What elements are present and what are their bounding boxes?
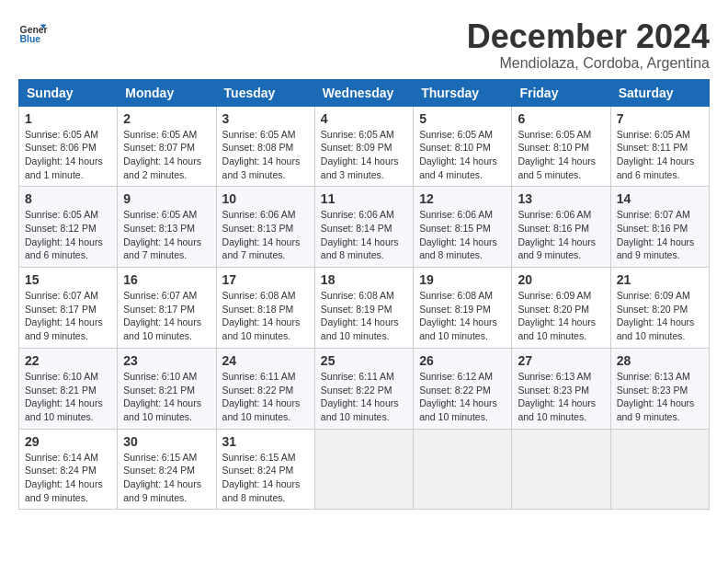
- sunrise-text: Sunrise: 6:05 AM: [518, 128, 604, 142]
- weekday-header-monday: Monday: [118, 79, 216, 106]
- daylight-text: Daylight: 14 hours and 9 minutes.: [617, 396, 703, 423]
- day-number: 2: [123, 111, 210, 126]
- calendar-cell: 14Sunrise: 6:07 AMSunset: 8:16 PMDayligh…: [610, 187, 709, 268]
- day-info: Sunrise: 6:06 AMSunset: 8:15 PMDaylight:…: [419, 208, 506, 262]
- calendar-cell: 23Sunrise: 6:10 AMSunset: 8:21 PMDayligh…: [118, 348, 216, 429]
- sunrise-text: Sunrise: 6:08 AM: [222, 289, 309, 303]
- weekday-header-wednesday: Wednesday: [314, 79, 413, 106]
- daylight-text: Daylight: 14 hours and 10 minutes.: [123, 316, 210, 342]
- calendar-week-row: 22Sunrise: 6:10 AMSunset: 8:21 PMDayligh…: [19, 348, 710, 429]
- day-info: Sunrise: 6:05 AMSunset: 8:12 PMDaylight:…: [25, 208, 111, 262]
- calendar-cell: 21Sunrise: 6:09 AMSunset: 8:20 PMDayligh…: [610, 268, 709, 349]
- weekday-header-sunday: Sunday: [19, 79, 118, 106]
- sunrise-text: Sunrise: 6:13 AM: [518, 370, 604, 384]
- daylight-text: Daylight: 14 hours and 10 minutes.: [518, 396, 604, 423]
- day-number: 18: [321, 272, 407, 287]
- sunrise-text: Sunrise: 6:06 AM: [419, 208, 506, 222]
- daylight-text: Daylight: 14 hours and 6 minutes.: [617, 155, 703, 181]
- daylight-text: Daylight: 14 hours and 2 minutes.: [123, 155, 210, 181]
- daylight-text: Daylight: 14 hours and 7 minutes.: [222, 236, 309, 262]
- day-info: Sunrise: 6:06 AMSunset: 8:14 PMDaylight:…: [321, 208, 407, 262]
- calendar-table: SundayMondayTuesdayWednesdayThursdayFrid…: [18, 79, 710, 511]
- sunset-text: Sunset: 8:23 PM: [617, 384, 703, 397]
- calendar-cell: 20Sunrise: 6:09 AMSunset: 8:20 PMDayligh…: [512, 268, 610, 349]
- calendar-cell: 8Sunrise: 6:05 AMSunset: 8:12 PMDaylight…: [19, 187, 118, 268]
- sunrise-text: Sunrise: 6:05 AM: [222, 128, 309, 142]
- calendar-cell: 29Sunrise: 6:14 AMSunset: 8:24 PMDayligh…: [19, 429, 118, 510]
- day-info: Sunrise: 6:12 AMSunset: 8:22 PMDaylight:…: [419, 370, 506, 424]
- sunrise-text: Sunrise: 6:08 AM: [321, 289, 407, 303]
- sunrise-text: Sunrise: 6:11 AM: [321, 370, 407, 384]
- sunset-text: Sunset: 8:21 PM: [25, 384, 111, 397]
- daylight-text: Daylight: 14 hours and 10 minutes.: [419, 316, 506, 342]
- daylight-text: Daylight: 14 hours and 8 minutes.: [419, 236, 506, 262]
- calendar-cell: 15Sunrise: 6:07 AMSunset: 8:17 PMDayligh…: [19, 268, 118, 349]
- sunrise-text: Sunrise: 6:05 AM: [123, 128, 210, 142]
- calendar-cell: [610, 429, 709, 510]
- calendar-cell: 26Sunrise: 6:12 AMSunset: 8:22 PMDayligh…: [414, 348, 512, 429]
- day-number: 7: [617, 111, 703, 126]
- day-number: 3: [222, 111, 309, 126]
- calendar-cell: 28Sunrise: 6:13 AMSunset: 8:23 PMDayligh…: [610, 348, 709, 429]
- day-number: 17: [222, 272, 309, 287]
- sunset-text: Sunset: 8:24 PM: [222, 464, 309, 477]
- calendar-week-row: 8Sunrise: 6:05 AMSunset: 8:12 PMDaylight…: [19, 187, 710, 268]
- sunset-text: Sunset: 8:10 PM: [518, 141, 604, 155]
- sunset-text: Sunset: 8:06 PM: [25, 141, 111, 155]
- calendar-cell: 9Sunrise: 6:05 AMSunset: 8:13 PMDaylight…: [118, 187, 216, 268]
- sunset-text: Sunset: 8:13 PM: [222, 222, 309, 236]
- sunset-text: Sunset: 8:17 PM: [25, 303, 111, 316]
- daylight-text: Daylight: 14 hours and 8 minutes.: [222, 477, 309, 504]
- daylight-text: Daylight: 14 hours and 4 minutes.: [419, 155, 506, 181]
- day-info: Sunrise: 6:07 AMSunset: 8:17 PMDaylight:…: [25, 289, 111, 343]
- day-number: 24: [222, 353, 309, 368]
- daylight-text: Daylight: 14 hours and 9 minutes.: [25, 316, 111, 342]
- calendar-cell: 1Sunrise: 6:05 AMSunset: 8:06 PMDaylight…: [19, 106, 118, 187]
- day-info: Sunrise: 6:05 AMSunset: 8:08 PMDaylight:…: [222, 128, 309, 182]
- day-info: Sunrise: 6:11 AMSunset: 8:22 PMDaylight:…: [321, 370, 407, 424]
- sunrise-text: Sunrise: 6:07 AM: [123, 289, 210, 303]
- daylight-text: Daylight: 14 hours and 10 minutes.: [321, 316, 407, 342]
- day-info: Sunrise: 6:05 AMSunset: 8:10 PMDaylight:…: [518, 128, 604, 182]
- sunrise-text: Sunrise: 6:07 AM: [25, 289, 111, 303]
- sunrise-text: Sunrise: 6:10 AM: [25, 370, 111, 384]
- month-title: December 2024: [467, 18, 710, 55]
- calendar-cell: 27Sunrise: 6:13 AMSunset: 8:23 PMDayligh…: [512, 348, 610, 429]
- daylight-text: Daylight: 14 hours and 10 minutes.: [25, 396, 111, 423]
- calendar-week-row: 15Sunrise: 6:07 AMSunset: 8:17 PMDayligh…: [19, 268, 710, 349]
- day-number: 28: [617, 353, 703, 368]
- daylight-text: Daylight: 14 hours and 1 minute.: [25, 155, 111, 181]
- daylight-text: Daylight: 14 hours and 9 minutes.: [123, 477, 210, 504]
- calendar-cell: 6Sunrise: 6:05 AMSunset: 8:10 PMDaylight…: [512, 106, 610, 187]
- day-info: Sunrise: 6:05 AMSunset: 8:09 PMDaylight:…: [321, 128, 407, 182]
- sunrise-text: Sunrise: 6:05 AM: [321, 128, 407, 142]
- logo: General Blue: [18, 18, 48, 48]
- day-number: 9: [123, 191, 210, 206]
- day-number: 26: [419, 353, 506, 368]
- day-number: 14: [617, 191, 703, 206]
- day-info: Sunrise: 6:05 AMSunset: 8:10 PMDaylight:…: [419, 128, 506, 182]
- calendar-cell: 18Sunrise: 6:08 AMSunset: 8:19 PMDayligh…: [314, 268, 413, 349]
- day-number: 1: [25, 111, 111, 126]
- daylight-text: Daylight: 14 hours and 9 minutes.: [25, 477, 111, 504]
- sunrise-text: Sunrise: 6:06 AM: [222, 208, 309, 222]
- day-number: 8: [25, 191, 111, 206]
- daylight-text: Daylight: 14 hours and 10 minutes.: [222, 396, 309, 423]
- daylight-text: Daylight: 14 hours and 10 minutes.: [321, 396, 407, 423]
- calendar-cell: 16Sunrise: 6:07 AMSunset: 8:17 PMDayligh…: [118, 268, 216, 349]
- sunset-text: Sunset: 8:16 PM: [617, 222, 703, 236]
- calendar-cell: 31Sunrise: 6:15 AMSunset: 8:24 PMDayligh…: [216, 429, 314, 510]
- calendar-cell: [414, 429, 512, 510]
- weekday-header-thursday: Thursday: [414, 79, 512, 106]
- sunset-text: Sunset: 8:07 PM: [123, 141, 210, 155]
- day-info: Sunrise: 6:15 AMSunset: 8:24 PMDaylight:…: [123, 451, 210, 505]
- day-number: 5: [419, 111, 506, 126]
- day-number: 12: [419, 191, 506, 206]
- day-info: Sunrise: 6:08 AMSunset: 8:19 PMDaylight:…: [419, 289, 506, 343]
- calendar-cell: 13Sunrise: 6:06 AMSunset: 8:16 PMDayligh…: [512, 187, 610, 268]
- daylight-text: Daylight: 14 hours and 10 minutes.: [617, 316, 703, 342]
- calendar-cell: 17Sunrise: 6:08 AMSunset: 8:18 PMDayligh…: [216, 268, 314, 349]
- calendar-cell: 25Sunrise: 6:11 AMSunset: 8:22 PMDayligh…: [314, 348, 413, 429]
- day-info: Sunrise: 6:09 AMSunset: 8:20 PMDaylight:…: [518, 289, 604, 343]
- calendar-cell: 5Sunrise: 6:05 AMSunset: 8:10 PMDaylight…: [414, 106, 512, 187]
